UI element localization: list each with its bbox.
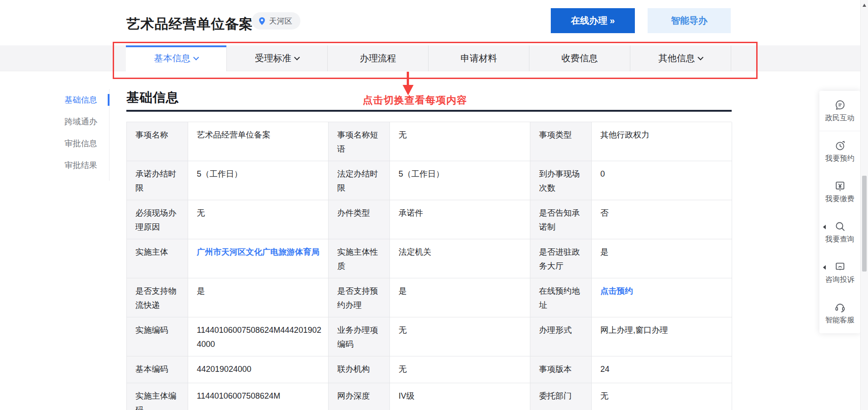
smart-guide-button[interactable]: 智能导办: [648, 8, 731, 33]
sidebar-item-label: 审批结果: [65, 160, 97, 171]
rail-item-label: 政民互动: [825, 114, 854, 123]
sidebar-item-basic-info[interactable]: 基础信息: [55, 89, 109, 111]
rail-item-complaint[interactable]: 咨询投诉: [819, 252, 860, 293]
left-side-nav: 基础信息跨域通办审批信息审批结果: [55, 89, 110, 181]
table-row: 必须现场办理原因无办件类型承诺件是否告知承诺制否: [127, 200, 732, 239]
field-label: 办件类型: [329, 200, 390, 239]
sidebar-item-approval-info[interactable]: 审批信息: [55, 133, 109, 154]
field-value: 承诺件: [390, 200, 530, 239]
online-apply-button[interactable]: 在线办理 »: [551, 8, 635, 33]
field-label: 办理形式: [530, 317, 592, 356]
field-value: 艺术品经营单位备案: [188, 122, 329, 161]
field-label: 基本编码: [127, 356, 188, 383]
tab-label: 办理流程: [360, 52, 396, 64]
rail-item-inquiry[interactable]: 我要查询: [819, 212, 860, 252]
tab-bar: 基本信息受理标准办理流程申请材料收费信息其他信息: [0, 45, 868, 71]
field-value: 法定机关: [390, 239, 530, 278]
field-value: 11440106007508624M4442019024000: [188, 317, 329, 356]
annotation-arrow-icon: [407, 72, 409, 86]
field-label: 承诺办结时限: [127, 161, 188, 200]
field-value: 无: [188, 200, 329, 239]
field-label: 必须现场办理原因: [127, 200, 188, 239]
caret-left-icon: [823, 225, 826, 229]
location-badge-label: 天河区: [269, 16, 292, 26]
monitor-icon: [834, 261, 846, 273]
chevron-down-icon: [193, 54, 199, 60]
field-value: 0: [592, 161, 732, 200]
field-value: 无: [390, 317, 530, 356]
field-label: 业务办理项编码: [329, 317, 390, 356]
rail-item-interaction[interactable]: 政民互动: [819, 91, 860, 131]
sidebar-item-label: 跨域通办: [65, 116, 97, 127]
right-action-rail: 政民互动我要预约我要缴费我要查询咨询投诉智能客服: [819, 91, 860, 333]
basic-info-table: 事项名称艺术品经营单位备案事项名称短语无事项类型其他行政权力承诺办结时限5（工作…: [126, 122, 732, 410]
field-value: 24: [592, 356, 732, 383]
rail-item-label: 咨询投诉: [825, 275, 854, 285]
field-label: 事项名称: [127, 122, 188, 161]
field-value: 点击预约: [592, 278, 732, 317]
field-label: 实施主体: [127, 239, 188, 278]
headset-icon: [834, 301, 846, 313]
sidebar-item-label: 审批信息: [65, 138, 97, 149]
field-label: 事项版本: [530, 356, 592, 383]
rail-item-label: 我要查询: [825, 235, 854, 244]
field-label: 是否支持物流快递: [127, 278, 188, 317]
table-row: 实施编码11440106007508624M4442019024000业务办理项…: [127, 317, 732, 356]
scrollbar-thumb[interactable]: [862, 176, 867, 272]
location-badge[interactable]: 天河区: [252, 12, 300, 30]
field-value: 5（工作日）: [390, 161, 530, 200]
field-value: 其他行政权力: [592, 122, 732, 161]
value-link[interactable]: 广州市天河区文化广电旅游体育局: [197, 247, 319, 257]
field-label: 是否告知承诺制: [530, 200, 592, 239]
caret-left-icon: [823, 265, 826, 270]
clock-icon: [834, 139, 846, 152]
field-value: 5（工作日）: [188, 161, 329, 200]
search-icon: [834, 220, 846, 232]
sidebar-item-label: 基础信息: [65, 94, 97, 105]
rail-item-label: 我要预约: [825, 154, 854, 163]
field-value: 是: [592, 239, 732, 278]
tab-other-info[interactable]: 其他信息: [630, 45, 731, 71]
tab-materials[interactable]: 申请材料: [429, 45, 529, 71]
tab-basic-info[interactable]: 基本信息: [126, 45, 227, 71]
section-title-rule: [126, 110, 732, 112]
rail-item-customer-service[interactable]: 智能客服: [819, 293, 860, 333]
location-pin-icon: [258, 16, 266, 26]
yuan-icon: [834, 180, 846, 192]
table-row: 实施主体广州市天河区文化广电旅游体育局实施主体性质法定机关是否进驻政务大厅是: [127, 239, 732, 278]
sidebar-item-approval-result[interactable]: 审批结果: [55, 154, 109, 176]
table-row: 是否支持物流快递是是否支持预约办理是在线预约地址点击预约: [127, 278, 732, 317]
tab-acceptance-criteria[interactable]: 受理标准: [227, 45, 328, 71]
field-label: 是否支持预约办理: [329, 278, 390, 317]
field-label: 事项名称短语: [329, 122, 390, 161]
field-value: 无: [390, 356, 530, 383]
tab-process[interactable]: 办理流程: [328, 45, 429, 71]
rail-item-label: 智能客服: [825, 316, 854, 325]
page-title: 艺术品经营单位备案: [126, 15, 253, 34]
table-row: 事项名称艺术品经营单位备案事项名称短语无事项类型其他行政权力: [127, 122, 732, 161]
field-value: 网上办理,窗口办理: [592, 317, 732, 356]
field-value: 是: [188, 278, 329, 317]
field-value: 442019024000: [188, 356, 329, 383]
field-label: 委托部门: [530, 383, 592, 410]
scroll-up-arrow-icon[interactable]: [863, 4, 866, 7]
field-value: IV级: [390, 383, 530, 410]
tab-fees[interactable]: 收费信息: [529, 45, 630, 71]
rail-item-reservation[interactable]: 我要预约: [819, 131, 860, 172]
chat-bubble-icon: [834, 99, 846, 111]
table-row: 承诺办结时限5（工作日）法定办结时限5（工作日）到办事现场次数0: [127, 161, 732, 200]
field-label: 实施编码: [127, 317, 188, 356]
tab-label: 基本信息: [154, 52, 190, 64]
scrollbar[interactable]: [860, 0, 868, 410]
value-link[interactable]: 点击预约: [600, 287, 633, 296]
table-row: 实施主体编码11440106007508624M网办深度IV级委托部门无: [127, 383, 732, 410]
field-label: 到办事现场次数: [530, 161, 592, 200]
field-value: 否: [592, 200, 732, 239]
field-label: 法定办结时限: [329, 161, 390, 200]
field-label: 事项类型: [530, 122, 592, 161]
rail-item-payment[interactable]: 我要缴费: [819, 172, 860, 212]
sidebar-item-cross-region[interactable]: 跨域通办: [55, 111, 109, 133]
field-label: 在线预约地址: [530, 278, 592, 317]
tab-label: 受理标准: [255, 52, 291, 64]
tab-label: 收费信息: [562, 52, 598, 64]
